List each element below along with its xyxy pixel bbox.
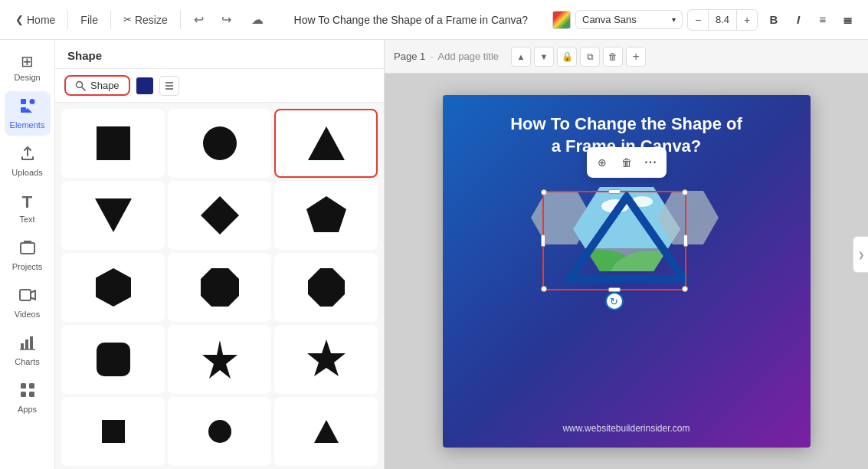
shape-cell-octagon1[interactable]: [168, 253, 271, 322]
shape-cell-triangle-down[interactable]: [61, 181, 165, 250]
svg-marker-29: [202, 340, 237, 379]
shape-color-picker[interactable]: [136, 77, 153, 94]
videos-icon: [19, 287, 36, 307]
shape-cell-octagon2[interactable]: [274, 253, 378, 322]
bold-button[interactable]: B: [762, 8, 785, 31]
chevron-left-icon: ❮: [15, 14, 24, 25]
shape-toolbar: Shape: [55, 69, 384, 103]
canvas-scroll[interactable]: How To Change the Shape of a Frame in Ca…: [385, 74, 868, 469]
svg-rect-13: [29, 392, 34, 397]
home-button[interactable]: ❮ Home: [9, 9, 61, 31]
shape-panel-header: Shape: [55, 40, 384, 69]
svg-rect-31: [102, 420, 125, 443]
shape-cell-small2[interactable]: [168, 397, 271, 466]
sidebar-item-text[interactable]: T Text: [5, 186, 51, 230]
redo-button[interactable]: ↪: [215, 8, 239, 32]
font-size-increase-button[interactable]: +: [736, 9, 758, 31]
svg-marker-27: [308, 268, 345, 307]
undo-button[interactable]: ↩: [187, 8, 211, 32]
sidebar-item-apps[interactable]: Apps: [5, 376, 51, 420]
shape-cell-hexagon[interactable]: [61, 253, 165, 322]
svg-line-15: [82, 87, 85, 90]
shape-cell-star5[interactable]: [274, 325, 378, 394]
page-copy-button[interactable]: ⧉: [580, 47, 600, 67]
sidebar-item-label: Projects: [12, 262, 43, 271]
shape-cell-star4[interactable]: [168, 325, 271, 394]
context-more-button[interactable]: ···: [639, 150, 663, 175]
file-button[interactable]: File: [74, 9, 104, 31]
italic-button[interactable]: I: [787, 8, 810, 31]
sidebar-item-elements[interactable]: Elements: [5, 91, 51, 136]
svg-marker-25: [96, 268, 131, 307]
charts-icon: [19, 334, 36, 355]
apps-icon: [19, 382, 36, 402]
topbar-divider: [67, 11, 68, 29]
font-size-value[interactable]: 8.4: [709, 9, 736, 31]
svg-marker-30: [307, 339, 346, 376]
shape-label: Shape: [90, 80, 120, 91]
page-lock-button[interactable]: 🔒: [557, 47, 577, 67]
design-icon: ⊞: [21, 52, 34, 71]
align-button[interactable]: ≡: [811, 8, 834, 31]
sidebar: ⊞ Design Elements Uploads: [0, 40, 55, 469]
resize-icon: ✂: [123, 14, 132, 25]
page-down-button[interactable]: ▼: [534, 47, 554, 67]
svg-rect-6: [21, 343, 24, 349]
context-menu: ⊕ 🗑 ···: [587, 147, 667, 178]
shape-cell-rounded-square[interactable]: [61, 325, 165, 394]
context-delete-button[interactable]: 🗑: [614, 150, 639, 175]
shape-cell-circle[interactable]: [168, 109, 271, 178]
document-title: How To Change the Shape of a Frame in Ca…: [276, 14, 546, 26]
home-label: Home: [27, 14, 55, 26]
sidebar-item-videos[interactable]: Videos: [5, 280, 51, 325]
page-label: Page 1: [394, 51, 425, 62]
sidebar-item-label: Apps: [18, 405, 37, 414]
slide-canvas: How To Change the Shape of a Frame in Ca…: [443, 95, 811, 448]
svg-marker-24: [306, 196, 346, 232]
shape-cell-small3[interactable]: [274, 397, 378, 466]
shape-grid-container: [55, 103, 384, 469]
font-selector[interactable]: Canva Sans ▾: [575, 10, 683, 29]
shape-panel: Shape Shape: [55, 40, 385, 469]
sidebar-item-charts[interactable]: Charts: [5, 328, 51, 372]
sidebar-item-uploads[interactable]: Uploads: [5, 139, 51, 183]
save-cloud-button[interactable]: ☁: [245, 8, 270, 32]
svg-rect-7: [25, 339, 28, 349]
sidebar-item-label: Design: [14, 73, 40, 82]
page-delete-button[interactable]: 🗑: [603, 47, 623, 67]
context-copy-button[interactable]: ⊕: [590, 150, 614, 175]
svg-rect-19: [97, 126, 130, 160]
right-panel-toggle[interactable]: ❯: [853, 236, 868, 273]
sidebar-item-projects[interactable]: Projects: [5, 233, 51, 277]
shape-lines-button[interactable]: [159, 76, 179, 96]
shape-grid: [61, 109, 378, 466]
svg-marker-23: [201, 196, 239, 235]
page-title-link[interactable]: Add page title: [438, 51, 500, 62]
font-size-decrease-button[interactable]: −: [687, 9, 709, 31]
shape-search-icon: [75, 80, 86, 91]
shape-cell-pentagon[interactable]: [274, 181, 378, 250]
slide-footer-url: www.websitebuilderinsider.com: [443, 423, 811, 434]
topbar-divider3: [180, 11, 181, 29]
page-up-button[interactable]: ▲: [511, 47, 531, 67]
shape-cell-diamond[interactable]: [168, 181, 271, 250]
elements-icon: [19, 97, 36, 118]
shape-cell-small1[interactable]: [61, 397, 165, 466]
chevron-down-icon: ▾: [672, 15, 676, 24]
resize-button[interactable]: ✂ Resize: [117, 9, 174, 31]
shape-selected-button[interactable]: Shape: [64, 75, 130, 96]
shape-cell-square[interactable]: [61, 109, 165, 178]
svg-point-14: [77, 81, 83, 87]
sidebar-item-design[interactable]: ⊞ Design: [5, 46, 51, 88]
topbar-left: ❮ Home File ✂ Resize ↩ ↪ ☁: [9, 8, 270, 32]
sidebar-item-label: Elements: [10, 120, 45, 130]
canvas-area: Page 1 - Add page title ▲ ▼ 🔒 ⧉ 🗑 + How …: [385, 40, 868, 469]
text-color-swatch[interactable]: [552, 11, 571, 29]
svg-marker-33: [314, 420, 339, 443]
add-page-button[interactable]: +: [626, 47, 646, 67]
svg-rect-5: [20, 290, 31, 300]
list-button[interactable]: ≣: [836, 8, 859, 31]
font-size-control: − 8.4 +: [687, 9, 758, 31]
svg-point-32: [208, 420, 231, 443]
shape-cell-triangle-up[interactable]: [274, 109, 378, 178]
